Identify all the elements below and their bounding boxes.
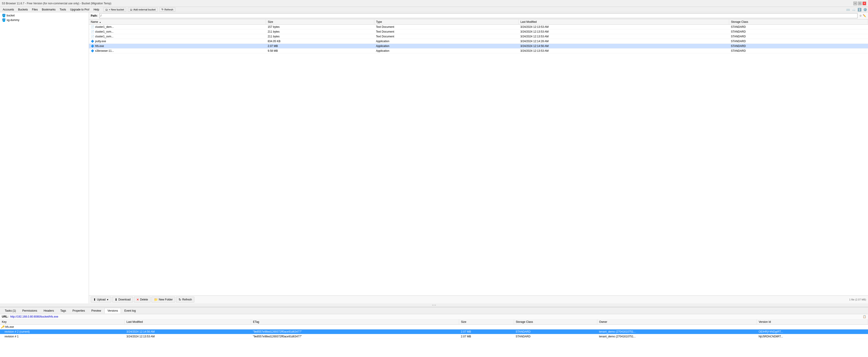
table-row[interactable]: 🔷s3browser-11... 9.58 MB Application 3/2… (89, 48, 868, 53)
bookmark-icon[interactable]: ☆ (859, 14, 862, 17)
close-button[interactable]: ✕ (863, 2, 866, 5)
url-label: URL: (2, 315, 8, 318)
url-bar: URL: http://192.168.0.80:8080/bucket/hfs… (0, 314, 868, 319)
vcol-storage-class[interactable]: Storage Class (514, 319, 597, 325)
bottom-panel: Tasks (1) Permissions Headers Tags Prope… (0, 307, 868, 357)
col-last-modified[interactable]: Last Modified (518, 20, 729, 25)
file-list: Name ▲ Size Type Last Modified Storage C… (89, 20, 868, 295)
refresh-icon-toolbar: ↻ (179, 298, 181, 301)
tab-tasks[interactable]: Tasks (1) (2, 308, 19, 314)
tab-tags[interactable]: Tags (57, 308, 69, 314)
tree-item-sg-dummy[interactable]: 🪣 sg-dummy (1, 18, 88, 22)
file-browser-panel: Path: ☆ ✏️ Name ▲ Size Type Last Modifie… (89, 12, 868, 303)
path-bar: Path: ☆ ✏️ (89, 12, 868, 20)
maximize-button[interactable]: □ (858, 2, 862, 5)
title-bar: S3 Browser 11.6.7 - Free Version (for no… (0, 0, 868, 7)
file-icon: 📄 (91, 30, 94, 33)
key-icon: 🔑 (1, 325, 4, 328)
file-icon: 📄 (91, 25, 94, 29)
versions-table-container: Key Last Modified ETag Size Storage Clas… (0, 319, 868, 357)
vcol-etag[interactable]: ETag (251, 319, 459, 325)
refresh-icon: ↻ (161, 8, 163, 11)
info-icon[interactable]: ℹ️ (858, 8, 861, 11)
settings-icon[interactable]: ⚙️ (863, 8, 867, 11)
upload-button[interactable]: ⬆ Upload ▼ (91, 297, 111, 302)
file-icon: 🔷 (91, 49, 94, 53)
cloud-icon[interactable]: ☁️ (852, 8, 856, 11)
menu-accounts[interactable]: Accounts (1, 7, 16, 12)
app-title: S3 Browser 11.6.7 - Free Version (for no… (2, 2, 111, 5)
window-controls: ─ □ ✕ (854, 2, 866, 5)
upload-icon: ⬆ (93, 298, 96, 301)
col-type[interactable]: Type (374, 20, 518, 25)
menu-files[interactable]: Files (30, 7, 39, 12)
menu-help[interactable]: Help (92, 7, 101, 12)
vcol-last-modified[interactable]: Last Modified (125, 319, 251, 325)
file-count: 1 file (2.07 MB) (849, 298, 866, 301)
vcol-owner[interactable]: Owner (597, 319, 757, 325)
download-button[interactable]: ⬇ Download (112, 297, 133, 302)
vcol-version-id[interactable]: Version Id (757, 319, 868, 325)
menu-bookmarks[interactable]: Bookmarks (40, 7, 57, 12)
table-row[interactable]: 📄cluster1_svm... 211 bytes Text Document… (89, 34, 868, 39)
path-label: Path: (91, 14, 98, 17)
file-table: Name ▲ Size Type Last Modified Storage C… (89, 20, 868, 53)
new-bucket-button[interactable]: 🗂 + New bucket (103, 7, 126, 12)
file-toolbar: ⬆ Upload ▼ ⬇ Download ✕ Delete 📁 New Fol… (89, 295, 868, 303)
tab-headers[interactable]: Headers (40, 308, 57, 314)
main-layout: 🪣 bucket 🪣 sg-dummy Path: ☆ ✏️ (0, 12, 868, 357)
top-refresh-button[interactable]: ↻ Refresh (159, 7, 175, 12)
add-external-icon: 🗂 (130, 8, 132, 11)
vcol-size[interactable]: Size (459, 319, 514, 325)
new-bucket-icon: 🗂 (105, 8, 108, 11)
bucket-icon: 🪣 (2, 14, 6, 17)
minimize-button[interactable]: ─ (854, 2, 857, 5)
versions-table-row[interactable]: revision # 2 (current) 3/24/2024 12:14:5… (0, 329, 868, 334)
panel-divider: • • • (0, 303, 868, 307)
bottom-tabs: Tasks (1) Permissions Headers Tags Prope… (0, 307, 868, 314)
menu-buckets[interactable]: Buckets (16, 7, 30, 12)
table-row[interactable]: 📄cluster1_svm... 211 bytes Text Document… (89, 29, 868, 34)
versions-table-row[interactable]: 🔑 hfs.exe (0, 325, 868, 329)
col-name[interactable]: Name ▲ (89, 20, 266, 25)
menu-upgrade[interactable]: Upgrade to Pro! (68, 7, 91, 12)
tree-item-bucket[interactable]: 🪣 bucket (1, 13, 88, 18)
add-external-bucket-button[interactable]: 🗂 Add external bucket (128, 7, 158, 12)
delete-button[interactable]: ✕ Delete (134, 297, 151, 302)
versions-table: Key Last Modified ETag Size Storage Clas… (0, 319, 868, 339)
tab-properties[interactable]: Properties (69, 308, 88, 314)
new-folder-button[interactable]: 📁 New Folder (151, 297, 175, 302)
delete-icon: ✕ (136, 298, 139, 301)
keyboard-icon[interactable]: ⌨️ (846, 8, 850, 11)
path-input[interactable] (99, 13, 858, 18)
menu-tools[interactable]: Tools (58, 7, 68, 12)
new-folder-icon: 📁 (154, 298, 158, 301)
tab-preview[interactable]: Preview (88, 308, 104, 314)
url-value[interactable]: http://192.168.0.80:8080/bucket/hfs.exe (10, 315, 861, 318)
file-icon: 🔷 (91, 40, 94, 43)
col-size[interactable]: Size (266, 20, 374, 25)
tab-versions[interactable]: Versions (104, 308, 121, 314)
download-icon: ⬇ (115, 298, 118, 301)
versions-table-row[interactable]: revision # 1 3/24/2024 12:13:53 AM "9e85… (0, 334, 868, 339)
header-toolbar-icons: ⌨️ ☁️ ℹ️ ⚙️ (846, 8, 867, 11)
sg-dummy-icon: 🪣 (2, 18, 6, 22)
tab-event-log[interactable]: Event log (121, 308, 139, 314)
table-row[interactable]: 📄cluster1_dem... 157 bytes Text Document… (89, 25, 868, 29)
table-row[interactable]: 🔷putty.exe 834.05 KB Application 3/24/20… (89, 39, 868, 44)
tab-permissions[interactable]: Permissions (20, 308, 40, 314)
tree-item-sg-dummy-label: sg-dummy (7, 19, 20, 22)
path-bar-icons: ☆ ✏️ (859, 14, 866, 17)
edit-icon[interactable]: ✏️ (863, 14, 866, 17)
refresh-button[interactable]: ↻ Refresh (176, 297, 194, 302)
table-row[interactable]: 🔷hfs.exe 2.07 MB Application 3/24/2024 1… (89, 44, 868, 48)
tree-item-bucket-label: bucket (7, 14, 14, 17)
top-section: 🪣 bucket 🪣 sg-dummy Path: ☆ ✏️ (0, 12, 868, 303)
col-storage-class[interactable]: Storage Class (729, 20, 868, 25)
file-icon: 🔷 (91, 44, 94, 47)
file-icon: 📄 (91, 35, 94, 38)
tree-panel: 🪣 bucket 🪣 sg-dummy (0, 12, 89, 303)
vcol-key[interactable]: Key (0, 319, 125, 325)
copy-url-icon[interactable]: 📋 (863, 315, 866, 318)
menu-bar: Accounts Buckets Files Bookmarks Tools U… (0, 7, 868, 12)
